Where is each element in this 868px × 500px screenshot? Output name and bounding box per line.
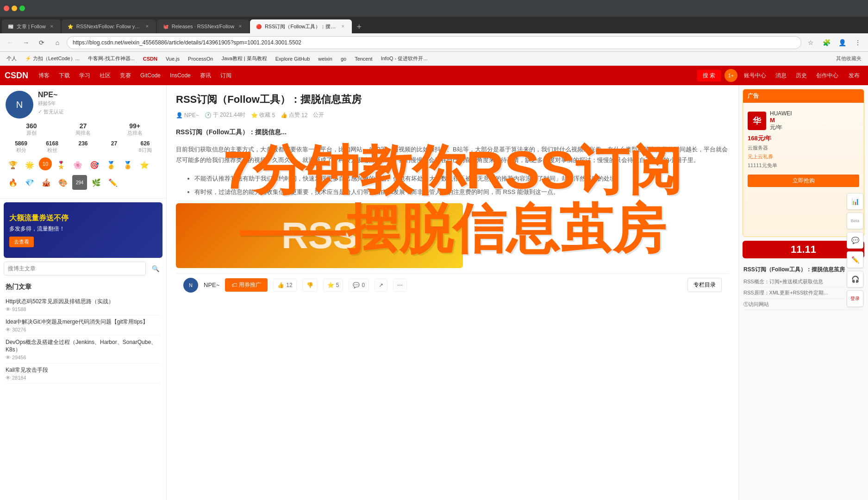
float-edit-btn[interactable]: ✏️ (847, 251, 863, 268)
share-button[interactable]: ↗ (375, 279, 387, 292)
bookmark-leetcode-label: 力扣（LeetCode）... (33, 55, 80, 62)
bookmark-java[interactable]: Java教程 | 菜鸟教程 (219, 54, 269, 63)
tab-close-csdn[interactable]: ✕ (340, 23, 346, 30)
tab-favicon-rssnext: ⭐ (67, 23, 74, 30)
bookmark-nowcoder[interactable]: 牛客网-找工作神器... (85, 54, 137, 63)
tab-rssnext-follow[interactable]: ⭐ RSSNext/Follow: Follow you... ✕ (62, 19, 156, 33)
dislike-button[interactable]: 👎 (302, 279, 318, 292)
csdn-nav-community[interactable]: 社区 (97, 72, 113, 80)
right-ad-cta-button[interactable]: 立即抢购 (748, 175, 859, 187)
right-related-3[interactable]: ①访问网站 (743, 299, 863, 310)
like-icon: 👍 (277, 282, 284, 288)
float-headphone-btn[interactable]: 🎧 (847, 271, 863, 288)
extensions-button[interactable]: 🧩 (820, 36, 833, 49)
verified-text: 暂无认证 (44, 108, 64, 115)
bookmark-star[interactable]: ☆ (804, 36, 817, 49)
ad-go-btn[interactable]: 去查看 (9, 237, 34, 247)
float-stats-btn[interactable]: 📊 (847, 193, 863, 210)
star-button[interactable]: ⭐ 5 (323, 279, 343, 292)
csdn-publish[interactable]: 发布 (845, 70, 863, 81)
bookmark-go[interactable]: go (338, 55, 349, 62)
new-tab-button[interactable]: + (353, 20, 366, 33)
more-button[interactable]: ⋮ (851, 36, 864, 49)
csdn-nav-subscribe[interactable]: 订阅 (218, 72, 234, 80)
sidebar-ad: 大额流量券送不停 多发多得，流量翻倍！ 去查看 (4, 202, 162, 258)
thumb-icon: 👍 (281, 112, 287, 119)
comment-button[interactable]: 💬 0 (349, 279, 369, 292)
article-main-title: RSS订阅（Follow工具）：摆脱信息茧房 (176, 93, 729, 106)
profile-button[interactable]: 👤 (836, 36, 849, 49)
like-button[interactable]: 👍 12 (273, 279, 296, 292)
float-login-btn[interactable]: 登录 (847, 290, 863, 307)
csdn-header-avatar[interactable]: 1+ (724, 69, 737, 82)
csdn-nav-competition[interactable]: 竞赛 (117, 72, 134, 80)
main-content: RSS订阅（Follow工具）：摆脱信息茧房 👤 NPE~ 🕐 于 2021.4… (167, 85, 738, 500)
csdn-search-button[interactable]: 搜 索 (697, 70, 721, 81)
bookmark-leetcode[interactable]: ⚡ 力扣（LeetCode）... (22, 54, 82, 63)
toc-button[interactable]: 专栏目录 (687, 278, 722, 292)
blog-search-input[interactable] (4, 262, 146, 275)
bookmark-github[interactable]: Explore GitHub (273, 55, 313, 62)
csdn-history[interactable]: 历史 (793, 72, 810, 80)
hot-article-3[interactable]: DevOps概念及搭建全过程（Jenkins、Harbor、SonarQube、… (6, 336, 161, 364)
hot-article-4-views: 👁 28184 (6, 375, 161, 381)
right-related-2[interactable]: RSS原理：XML更新+RSS软件定期... (743, 288, 863, 299)
csdn-nav-blog[interactable]: 博客 (36, 72, 52, 80)
close-button[interactable] (4, 6, 9, 11)
tab-close-rssnext[interactable]: ✕ (144, 23, 150, 30)
bookmark-personal[interactable]: 个人 (4, 54, 19, 63)
bookmark-csdn-label: CSDN (143, 56, 157, 62)
forward-button[interactable]: → (19, 36, 32, 49)
csdn-nav-gitcode[interactable]: GitCode (137, 72, 163, 79)
hot-article-2[interactable]: Idea中解决Git冲突题及merge代码消失问题【git常用tips】 👁 3… (6, 315, 161, 336)
tab-follow-article[interactable]: 📰 文章 | Follow ✕ (2, 19, 61, 33)
right-related-1[interactable]: RSS概念：订阅+推送模式获取信息 (743, 276, 863, 288)
csdn-create-center[interactable]: 创作中心 (813, 72, 841, 80)
csdn-nav-inscode[interactable]: InsCode (167, 72, 194, 79)
stat-week-num: 27 (57, 122, 109, 130)
bottom-author-avatar[interactable]: N (183, 278, 198, 293)
star-icon: ⭐ (251, 112, 258, 119)
float-beta-btn[interactable]: Beta (847, 212, 863, 229)
like-count: 12 (286, 282, 292, 288)
user-avatar[interactable]: N (6, 91, 33, 119)
reload-button[interactable]: ⟳ (35, 36, 48, 49)
minimize-button[interactable] (12, 6, 17, 11)
back-button[interactable]: ← (4, 36, 17, 49)
bookmark-weixin[interactable]: weixin (315, 55, 335, 62)
badge-12: 🎪 (39, 175, 54, 190)
more-actions-button[interactable]: ⋯ (393, 279, 407, 292)
home-button[interactable]: ⌂ (51, 36, 64, 49)
maximize-button[interactable] (19, 6, 25, 11)
bookmark-processon-label: ProcessOn (188, 56, 213, 62)
csdn-messages[interactable]: 消息 (773, 72, 789, 80)
bookmark-tencent[interactable]: Tencent (352, 55, 375, 62)
bookmark-csdn[interactable]: CSDN (140, 55, 160, 62)
bookmark-infoq[interactable]: InfoQ - 促进软件开... (378, 54, 431, 63)
bookmark-vue[interactable]: Vue.js (163, 55, 182, 62)
title-bar (0, 0, 868, 17)
bookmark-more[interactable]: 其他收藏夹 (833, 54, 864, 63)
csdn-nav-learn[interactable]: 学习 (76, 72, 93, 80)
bookmark-go-label: go (341, 56, 346, 62)
user-verified: ✓ 暂无认证 (38, 108, 64, 115)
bookmark-processon[interactable]: ProcessOn (185, 55, 216, 62)
tab-close-follow[interactable]: ✕ (49, 23, 55, 30)
stat-subscribe-num: 626 (130, 140, 161, 147)
hot-article-1[interactable]: Http状态码502常见原因及排错思路（实战） 👁 91588 (6, 295, 161, 315)
ad-text-sub: 多发多得，流量翻倍！ (9, 225, 157, 233)
csdn-nav-contest[interactable]: 赛讯 (197, 72, 214, 80)
article-stars: 收藏 (259, 111, 270, 119)
tab-releases[interactable]: 🐙 Releases · RSSNext/Follow ✕ (157, 19, 249, 33)
tab-rss-csdn[interactable]: 🔴 RSS订阅（Follow工具）：摆脱信息茧房 ✕ (250, 19, 352, 33)
recommend-button[interactable]: 🏷 用券推广 (225, 278, 268, 292)
csdn-nav-download[interactable]: 下载 (56, 72, 73, 80)
tab-close-releases[interactable]: ✕ (237, 23, 244, 30)
hot-article-4[interactable]: Kali常见攻击手段 👁 28184 (6, 363, 161, 384)
page-content: N NPE~ 耕龄5年 ✓ 暂无认证 360 (0, 85, 868, 500)
float-chat-btn[interactable]: 💬 (847, 232, 863, 249)
hot-articles-title: 热门文章 (6, 283, 161, 291)
blog-search-button[interactable]: 🔍 (149, 262, 162, 275)
address-bar[interactable]: https://blog.csdn.net/weixin_45565886/ar… (67, 36, 801, 49)
csdn-account-center[interactable]: 账号中心 (741, 72, 769, 80)
